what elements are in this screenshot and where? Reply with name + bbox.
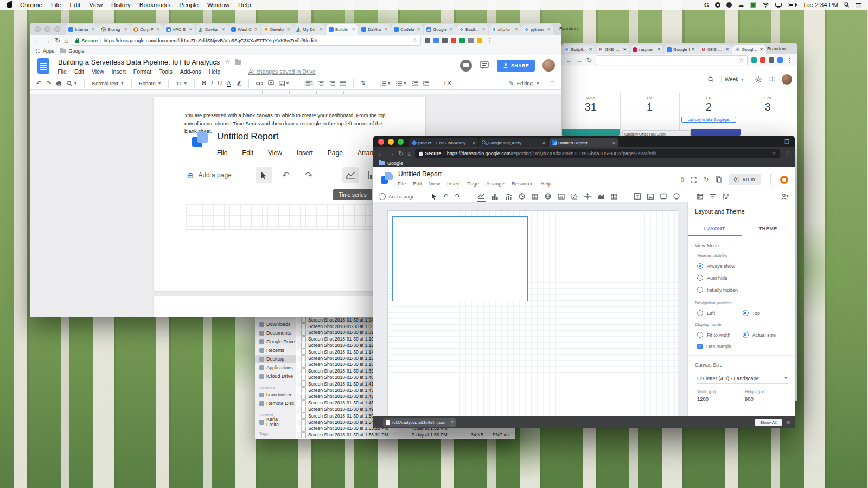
ellipse-tool-icon[interactable] [673,191,680,201]
tab-close-icon[interactable]: ✕ [449,27,453,32]
forward-icon[interactable]: → [576,57,583,63]
saved-status-link[interactable]: All changes saved in Drive [248,68,316,75]
print-icon[interactable] [56,80,62,86]
extension-icon[interactable] [777,57,783,63]
extension-icon[interactable] [442,38,448,43]
google-bookmark-folder[interactable]: Google [387,160,403,166]
tab-theme[interactable]: THEME [742,221,795,236]
browser-tab[interactable]: Codela ✕ [391,24,423,35]
tab-close-icon[interactable]: ✕ [417,27,420,32]
tab-close-icon[interactable]: ✕ [189,27,193,32]
day-number[interactable]: 1 [621,101,679,113]
tab-layout[interactable]: LAYOUT [688,221,742,236]
docs-menu-item[interactable]: Format [133,68,151,75]
studio-menu-item[interactable]: Edit [413,181,422,187]
studio-menu-item[interactable]: Resource [512,181,534,187]
status-dot2-icon[interactable] [726,2,732,8]
extension-icon[interactable] [751,57,757,63]
menubar-item[interactable]: Help [238,2,251,8]
align-right-icon[interactable] [329,81,335,86]
close-window-button[interactable] [35,26,41,32]
studio-menu-item[interactable]: Insert [447,181,460,187]
browser-tab[interactable]: Untitled Report ✕ [549,138,618,147]
redo-icon[interactable]: ↷ [455,191,461,201]
finder-sidebar-entry[interactable]: brandonfrei... [255,390,296,399]
bookmark-star-icon[interactable]: ☆ [412,37,417,44]
fullscreen-icon[interactable] [691,177,697,183]
account-status-icon[interactable] [780,176,788,184]
tab-overview-icon[interactable]: ❐ [784,139,789,145]
account-avatar[interactable] [782,74,792,85]
zoom-tool-icon[interactable]: ▼ [67,80,77,86]
drive-cloud-icon[interactable]: ☁ [738,2,744,8]
browser-tab[interactable]: GKE Nod ✕ [596,45,629,54]
browser-tab[interactable]: DaVita ✕ [359,24,391,35]
bookmark-star-icon[interactable]: ☆ [739,57,744,63]
home-icon[interactable]: ⌂ [64,37,68,44]
notification-center-icon[interactable] [856,3,861,8]
bulleted-list-icon[interactable]: ▼ [396,80,407,86]
canvas-size-dropdown[interactable]: US letter (4:3) - Landscape ▼ [697,373,788,384]
google-apps-grid-icon[interactable] [769,76,775,82]
width-input[interactable]: 1200 [697,394,736,403]
browser-tab[interactable]: Google.c ✕ [732,45,766,54]
docs-menu-item[interactable]: Add-ons [180,68,201,75]
font-selector[interactable]: Roboto▼ [139,80,162,86]
apple-menu-icon[interactable] [7,2,12,8]
mode-selector[interactable]: Editing [517,80,533,86]
tab-close-icon[interactable]: ✕ [319,27,323,32]
tab-close-icon[interactable]: ✕ [352,27,355,32]
finder-sidebar-entry[interactable]: iCloud Drive [255,372,296,381]
studio-menu-item[interactable]: Arrange [486,181,505,187]
embed-code-icon[interactable]: ⟨⟩ [680,177,684,183]
refresh-icon[interactable]: ↻ [586,57,592,63]
apps-bookmark[interactable]: Apps [43,48,54,54]
radio-always-show[interactable]: Always show [697,263,788,269]
tab-close-icon[interactable]: ✕ [221,27,225,32]
finder-sidebar-entry[interactable]: Applications [255,363,296,372]
tab-close-icon[interactable]: ✕ [156,27,160,32]
tab-close-icon[interactable]: ✕ [760,47,763,52]
back-icon[interactable]: ← [34,37,41,44]
scorecard-icon[interactable]: 21 [557,191,565,201]
refresh-data-icon[interactable]: ↻ [704,176,709,183]
line-spacing-icon[interactable]: ⇅ [361,80,366,86]
tab-close-icon[interactable]: ✕ [623,47,627,52]
report-canvas[interactable] [387,210,678,418]
has-margin-checkbox[interactable]: ✓ Has margin [697,344,788,349]
pivot-table-icon[interactable] [610,191,618,201]
battery-icon[interactable] [788,3,797,7]
extension-icon[interactable] [769,57,774,63]
chrome-profile-name[interactable]: Brandon [767,46,786,52]
menubar-item[interactable]: Bookmarks [139,2,171,8]
minimize-window-button[interactable] [44,26,50,32]
text-color-icon[interactable]: A [227,80,231,87]
chrome-menu-icon[interactable]: ⋮ [486,37,493,44]
menubar-item[interactable]: History [111,2,131,8]
move-folder-icon[interactable] [235,60,241,65]
browser-tab[interactable]: Easily E ✕ [456,24,488,35]
browser-tab[interactable]: Scripting ✕ [561,45,595,54]
justify-icon[interactable] [340,81,346,86]
studio-menu-item[interactable]: Page [467,181,479,187]
radio-nav-left[interactable]: Left [697,310,743,316]
insert-comment-icon[interactable] [268,80,274,86]
zoom-window-button[interactable] [54,26,60,32]
report-title[interactable]: Untitled Report [398,170,442,178]
browser-tab[interactable]: GKE Nod ✕ [698,45,732,54]
tab-close-icon[interactable]: ✕ [254,27,258,32]
tab-close-icon[interactable]: ✕ [472,140,476,145]
finder-sidebar-entry[interactable]: Documents [255,329,296,337]
table-icon[interactable] [531,191,539,201]
browser-tab[interactable]: Google-l ✕ [664,45,698,54]
menubar-item[interactable]: Window [207,2,229,8]
chevron-down-icon[interactable]: ▼ [449,418,456,427]
chrome-profile-name[interactable]: Brandon [559,26,578,31]
area-chart-icon[interactable] [597,191,605,201]
align-left-icon[interactable] [304,80,314,86]
finder-sidebar-entry[interactable]: Recents [255,346,296,355]
browser-tab[interactable]: python ✕ [521,24,553,35]
indent-icon[interactable] [423,81,429,86]
height-input[interactable]: 900 [745,394,784,403]
undo-icon[interactable]: ↶ [36,80,41,86]
